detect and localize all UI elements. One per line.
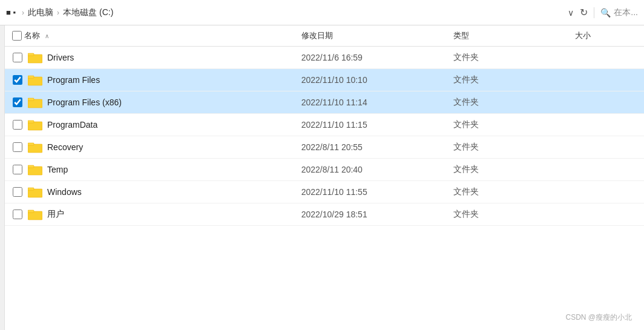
nav-arrows: ■ ▪ — [6, 8, 16, 17]
file-date-cell: 2022/8/11 20:40 — [294, 159, 446, 181]
col-header-date[interactable]: 修改日期 — [294, 25, 446, 47]
file-type-cell: 文件夹 — [446, 136, 568, 159]
table-row[interactable]: Program Files (x86) 2022/11/10 11:14文件夹 — [5, 91, 644, 114]
svg-rect-16 — [28, 98, 34, 101]
file-checkbox[interactable] — [13, 165, 22, 174]
breadcrumb-sep2: › — [57, 8, 59, 17]
table-row[interactable]: ProgramData 2022/11/10 11:15文件夹 — [5, 114, 644, 136]
file-size-cell — [568, 91, 644, 114]
col-header-size: 大小 — [568, 25, 644, 47]
sidebar-scrollbar[interactable] — [0, 25, 5, 330]
file-name-text: ProgramData — [47, 120, 97, 130]
svg-rect-22 — [28, 120, 34, 123]
folder-icon — [28, 74, 42, 86]
svg-rect-46 — [28, 210, 34, 213]
breadcrumb-sep1: › — [22, 8, 24, 17]
file-date-cell: 2022/11/6 16:59 — [294, 47, 446, 69]
file-date-cell: 2022/11/10 10:10 — [294, 69, 446, 91]
file-list-body: Drivers 2022/11/6 16:59文件夹 Program Files… — [5, 47, 644, 226]
table-header-row: 名称 ∧ 修改日期 类型 大小 — [5, 25, 644, 47]
file-type-cell: 文件夹 — [446, 91, 568, 114]
file-size-cell — [568, 159, 644, 181]
file-checkbox[interactable] — [13, 53, 22, 62]
folder-icon — [28, 119, 42, 131]
file-checkbox[interactable] — [13, 210, 22, 219]
file-type-cell: 文件夹 — [446, 114, 568, 136]
breadcrumb-drive-c[interactable]: 本地磁盘 (C:) — [63, 7, 113, 18]
breadcrumb-this-pc[interactable]: 此电脑 — [28, 7, 53, 18]
dropdown-chevron[interactable]: ∨ — [568, 8, 574, 18]
svg-rect-10 — [28, 76, 34, 78]
folder-icon — [28, 96, 42, 108]
file-size-cell — [568, 136, 644, 159]
file-name-cell: Program Files — [5, 69, 294, 91]
file-date-cell: 2022/11/10 11:15 — [294, 114, 446, 136]
file-date-cell: 2022/8/11 20:55 — [294, 136, 446, 159]
select-all-checkbox[interactable] — [12, 31, 22, 41]
table-row[interactable]: 用户 2022/10/29 18:51文件夹 — [5, 203, 644, 226]
col-header-type: 类型 — [446, 25, 568, 47]
file-size-cell — [568, 47, 644, 69]
file-name-cell: Windows — [5, 181, 294, 203]
file-list-container: 名称 ∧ 修改日期 类型 大小 — [5, 25, 644, 330]
svg-rect-40 — [28, 188, 34, 190]
file-checkbox[interactable] — [13, 97, 22, 107]
file-checkbox[interactable] — [13, 120, 22, 130]
watermark: CSDN @瘦瘦的小北 — [565, 312, 632, 323]
file-checkbox[interactable] — [13, 187, 22, 197]
table-row[interactable]: Temp 2022/8/11 20:40文件夹 — [5, 159, 644, 181]
file-type-cell: 文件夹 — [446, 159, 568, 181]
col-header-name: 名称 ∧ — [5, 25, 294, 47]
file-name-text: Program Files — [47, 75, 100, 85]
file-name-cell: 用户 — [5, 203, 294, 226]
file-name-text: Temp — [47, 165, 68, 174]
file-name-text: 用户 — [47, 209, 64, 220]
file-name-cell: Recovery — [5, 136, 294, 159]
nav-dots: ■ ▪ — [6, 8, 16, 17]
file-size-cell — [568, 181, 644, 203]
file-size-cell — [568, 203, 644, 226]
folder-icon — [28, 163, 42, 176]
file-type-cell: 文件夹 — [446, 47, 568, 69]
file-date-cell: 2022/11/10 11:55 — [294, 181, 446, 203]
file-size-cell — [568, 114, 644, 136]
search-placeholder-text: 在本... — [614, 7, 638, 18]
file-size-cell — [568, 69, 644, 91]
table-row[interactable]: Windows 2022/11/10 11:55文件夹 — [5, 181, 644, 203]
file-name-text: Drivers — [47, 53, 74, 62]
file-name-cell: Temp — [5, 159, 294, 181]
file-checkbox[interactable] — [13, 75, 22, 85]
refresh-button[interactable]: ↻ — [580, 7, 588, 18]
file-name-cell: Drivers — [5, 47, 294, 69]
main-content: 名称 ∧ 修改日期 类型 大小 — [0, 25, 644, 330]
table-row[interactable]: Drivers 2022/11/6 16:59文件夹 — [5, 47, 644, 69]
svg-rect-28 — [28, 143, 34, 145]
file-type-cell: 文件夹 — [446, 203, 568, 226]
folder-icon — [28, 186, 42, 198]
file-date-cell: 2022/10/29 18:51 — [294, 203, 446, 226]
file-type-cell: 文件夹 — [446, 69, 568, 91]
file-name-text: Windows — [47, 187, 82, 197]
address-right-controls: ∨ ↻ 🔍 在本... — [568, 7, 638, 18]
table-row[interactable]: Program Files 2022/11/10 10:10文件夹 — [5, 69, 644, 91]
search-icon: 🔍 — [600, 8, 611, 18]
svg-rect-34 — [28, 165, 34, 168]
file-name-cell: ProgramData — [5, 114, 294, 136]
table-row[interactable]: Recovery 2022/8/11 20:55文件夹 — [5, 136, 644, 159]
file-name-text: Program Files (x86) — [47, 97, 122, 107]
search-area: 🔍 在本... — [594, 7, 638, 18]
file-name-text: Recovery — [47, 142, 83, 152]
address-bar: ■ ▪ › 此电脑 › 本地磁盘 (C:) ∨ ↻ 🔍 在本... — [0, 0, 644, 25]
name-sort-icon: ∧ — [45, 33, 49, 39]
file-date-cell: 2022/11/10 11:14 — [294, 91, 446, 114]
folder-icon — [28, 51, 42, 64]
file-name-cell: Program Files (x86) — [5, 91, 294, 114]
svg-rect-4 — [28, 53, 34, 56]
folder-icon — [28, 141, 42, 153]
folder-icon — [28, 208, 42, 220]
file-table: 名称 ∧ 修改日期 类型 大小 — [5, 25, 644, 226]
file-type-cell: 文件夹 — [446, 181, 568, 203]
file-checkbox[interactable] — [13, 142, 22, 152]
